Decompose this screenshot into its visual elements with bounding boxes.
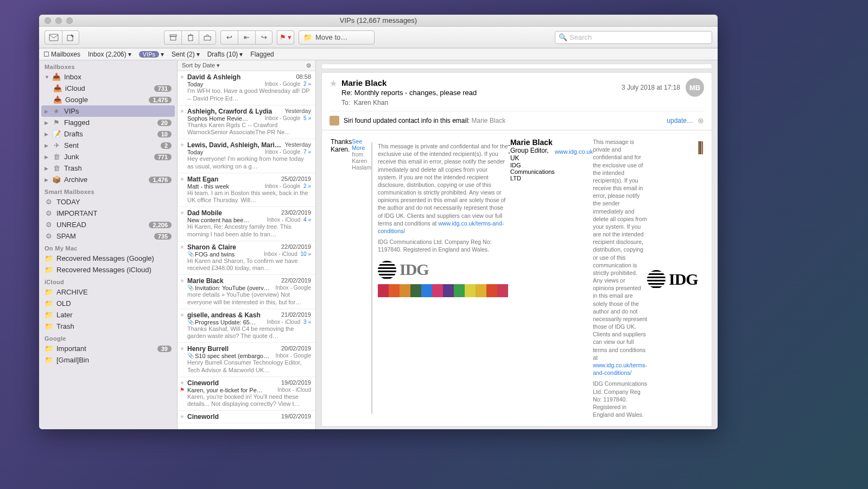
message-row[interactable]: ★Dad Mobile23/02/2019New content has bee…	[178, 207, 315, 241]
attachment-icon: 📎	[187, 319, 194, 325]
sb-icloud-archive[interactable]: 📁ARCHIVE	[39, 286, 177, 298]
sb-icloud-trash[interactable]: 📁Trash	[39, 321, 177, 332]
traffic-lights	[39, 17, 73, 24]
sb-icloud-old[interactable]: 📁OLD	[39, 298, 177, 309]
message-row[interactable]: ★Marie Black22/02/2019📎Invitation: YouTu…	[178, 275, 315, 309]
star-icon[interactable]: ★	[180, 244, 185, 250]
folder-icon: 📁	[45, 322, 53, 330]
fav-vips[interactable]: VIPs ▾	[139, 51, 164, 58]
sb-google-bin[interactable]: 📁[Gmail]Bin	[39, 354, 177, 366]
archive-icon: 📦	[52, 175, 61, 184]
star-icon[interactable]: ★	[180, 108, 185, 114]
sig-link[interactable]: www.idg.co.uk	[555, 148, 593, 155]
filter-icon[interactable]: ⊜	[306, 62, 311, 69]
reply-all-button[interactable]: ⇤	[238, 30, 255, 45]
date: 19/02/2019	[281, 413, 311, 421]
sender: Sharon & Claire	[187, 243, 236, 251]
move-to-button[interactable]: 📁 Move to…	[299, 30, 375, 45]
reply-button[interactable]: ↩	[220, 30, 238, 45]
fav-sent[interactable]: Sent (2) ▾	[172, 51, 200, 58]
see-more-link[interactable]: See More	[352, 138, 365, 151]
search-field[interactable]: 🔍 Search	[555, 31, 712, 44]
sb-junk[interactable]: ▶🗑Junk771	[39, 151, 177, 162]
message-row[interactable]: ★giselle, andreas & Kash21/02/2019📎Progr…	[178, 309, 315, 343]
subject: New content has bee…	[187, 217, 267, 223]
preview: Thanks Karen Rgds C -- Crawford WarnockS…	[187, 122, 311, 137]
star-icon[interactable]: ★	[180, 312, 185, 318]
sort-bar[interactable]: Sort by Date ▾ ⊜	[178, 60, 315, 71]
footer-disclaimer: This message is private and confidential…	[593, 138, 647, 418]
subject: S10 spec sheet (embargo…	[195, 353, 275, 359]
forward-button[interactable]: ↪	[255, 30, 273, 45]
message-row[interactable]: ★⚑Cineworld19/02/2019Karen, your e-ticke…	[178, 377, 315, 411]
sb-recovered-icloud[interactable]: 📁Recovered Messages (iCloud)	[39, 264, 177, 275]
sb-recovered-google[interactable]: 📁Recovered Messages (Google)	[39, 253, 177, 264]
junk-button[interactable]	[199, 30, 216, 45]
message-row[interactable]: ★Sharon & Claire22/02/2019📎FOG and twins…	[178, 241, 315, 275]
avatar: MB	[686, 78, 704, 97]
message-list: Sort by Date ▾ ⊜ ★David & Ashleigh08:58T…	[178, 60, 316, 429]
siri-close-button[interactable]: ⊗	[698, 116, 704, 125]
fav-inbox[interactable]: Inbox (2,206) ▾	[88, 51, 131, 58]
sb-icloud-later[interactable]: 📁Later	[39, 309, 177, 321]
compose-button[interactable]	[62, 30, 79, 45]
sb-trash[interactable]: ▶🗑Trash	[39, 162, 177, 174]
sig-title: Group Editor, UK	[510, 147, 555, 162]
location: Inbox - Google 5 »	[265, 115, 311, 122]
subject: FOG and twins	[195, 251, 264, 258]
sb-inbox-google[interactable]: 📥Google1,475	[39, 94, 177, 105]
sb-sent[interactable]: ▶✈Sent2	[39, 140, 177, 151]
attachment-icon: 📎	[187, 251, 194, 258]
star-icon[interactable]: ★	[180, 346, 185, 352]
archive-button[interactable]	[164, 30, 181, 45]
message-row[interactable]: ★Henry Burrell20/02/2019📎S10 spec sheet …	[178, 343, 315, 377]
sb-today[interactable]: ⚙TODAY	[39, 196, 177, 208]
sb-spam[interactable]: ⚙SPAM735	[39, 230, 177, 242]
star-icon[interactable]: ★	[180, 142, 185, 148]
message-row[interactable]: ★Ashleigh, Crawford & LydiaYesterdaySoph…	[178, 105, 315, 140]
siri-update-button[interactable]: update…	[667, 117, 693, 124]
new-message-button[interactable]	[45, 30, 62, 45]
star-icon[interactable]: ★	[180, 74, 185, 80]
location: Inbox - iCloud 4 »	[267, 217, 311, 223]
star-icon[interactable]: ★	[180, 413, 185, 419]
fav-drafts[interactable]: Drafts (10) ▾	[207, 51, 243, 58]
search-icon: 🔍	[559, 33, 567, 41]
message-row[interactable]: ★Matt Egan25/02/2019Matt - this weekInbo…	[178, 173, 315, 208]
close-window[interactable]	[45, 17, 51, 24]
timestamp: 3 July 2018 at 17:18	[622, 84, 680, 91]
idg-logo: IDG	[647, 143, 698, 415]
star-icon[interactable]: ★	[180, 278, 185, 284]
star-icon[interactable]: ★	[180, 380, 185, 386]
sb-important[interactable]: ⚙IMPORTANT	[39, 208, 177, 219]
sb-archive[interactable]: ▶📦Archive1,476	[39, 174, 177, 185]
sender: Cineworld	[187, 413, 219, 421]
junk-icon: 🗑	[52, 153, 61, 161]
message-row[interactable]: ★Lewis, David, Ashleigh, Mari…YesterdayT…	[178, 139, 315, 173]
color-bar	[378, 284, 508, 297]
trash-icon: 🗑	[52, 164, 61, 172]
zoom-window[interactable]	[66, 17, 73, 24]
delete-button[interactable]	[181, 30, 199, 45]
sb-flagged[interactable]: ▶⚑Flagged20	[39, 117, 177, 128]
star-icon[interactable]: ★	[180, 176, 185, 182]
email-header-card: ★ Marie Black Re: Monthly reports - chan…	[321, 72, 712, 130]
sb-unread[interactable]: ⚙UNREAD2,206	[39, 219, 177, 230]
fav-flagged[interactable]: Flagged	[250, 51, 274, 58]
sender: Lewis, David, Ashleigh, Mari…	[187, 141, 281, 149]
flag-button[interactable]: ⚑ ▾	[277, 30, 294, 45]
sb-google-important[interactable]: 📁Important39	[39, 343, 177, 354]
star-icon[interactable]: ★	[180, 210, 185, 216]
minimize-window[interactable]	[55, 17, 62, 24]
quoted-disclaimer: This message is private and confidential…	[371, 142, 508, 414]
preview: Henry Burrell Consumer Technology Editor…	[187, 359, 311, 374]
sb-inbox-icloud[interactable]: 📥iCloud731	[39, 83, 177, 94]
sb-inbox[interactable]: ▼📥Inbox	[39, 71, 177, 83]
window-title: VIPs (12,667 messages)	[340, 16, 417, 24]
sb-vips[interactable]: ▶★VIPs	[41, 105, 175, 117]
message-row[interactable]: ★David & Ashleigh08:58TodayInbox - Googl…	[178, 71, 315, 105]
vip-star-icon[interactable]: ★	[330, 78, 337, 89]
message-row[interactable]: ★Cineworld19/02/2019	[178, 411, 315, 423]
fav-mailboxes[interactable]: ☐ Mailboxes	[43, 51, 80, 58]
sb-drafts[interactable]: ▶📝Drafts10	[39, 128, 177, 140]
